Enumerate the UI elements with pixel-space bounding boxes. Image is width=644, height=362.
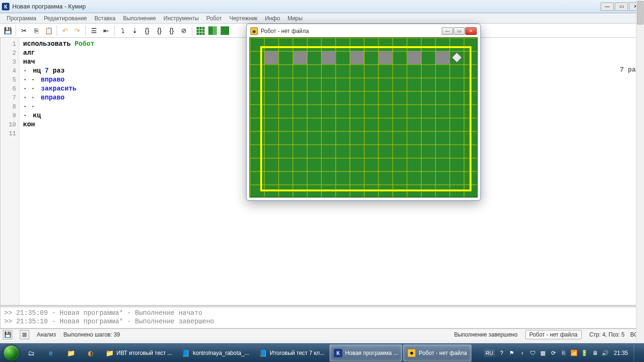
- tray-flag-icon[interactable]: ⚑: [508, 349, 516, 357]
- status-steps: Выполнено шагов: 39: [64, 331, 120, 338]
- status-bar: 💾 ⊠ Анализ Выполнено шагов: 39 Выполнени…: [0, 329, 644, 340]
- layout-full-icon[interactable]: [219, 25, 231, 36]
- cut-icon[interactable]: ✂: [18, 25, 30, 36]
- robot-window[interactable]: ☻ Робот - нет файла — ▭ ✕: [246, 24, 481, 201]
- tray-battery-icon[interactable]: 🔋: [581, 349, 588, 357]
- line-number: 5: [0, 75, 16, 84]
- step-over-icon[interactable]: ⇣: [129, 25, 140, 36]
- robot-close-button[interactable]: ✕: [465, 27, 477, 35]
- app-icon: К: [2, 3, 9, 10]
- tray-device-icon[interactable]: ⎘: [560, 349, 568, 357]
- menu-run[interactable]: Выполнение: [119, 14, 160, 23]
- layout-split-icon[interactable]: [207, 25, 218, 36]
- start-button[interactable]: [2, 345, 21, 362]
- taskbar-item-label: Новая программа ...: [345, 350, 398, 356]
- braces2-icon[interactable]: {}: [154, 25, 165, 36]
- painted-cell: [350, 51, 364, 64]
- folder-icon: 📁: [105, 349, 114, 357]
- menu-bar: Программа Редактирование Вставка Выполне…: [0, 13, 644, 24]
- menu-info[interactable]: Инфо: [261, 14, 284, 23]
- console-line: >> 21:35:10 - Новая программа* - Выполне…: [4, 318, 640, 326]
- copy-icon[interactable]: ⎘: [31, 25, 42, 36]
- status-state: Выполнение завершено: [454, 331, 518, 338]
- pinned-ie[interactable]: e: [41, 345, 60, 362]
- toolbar-separator: [85, 25, 86, 36]
- taskbar-item[interactable]: 📘kontrolnaya_rabota_...: [177, 345, 253, 362]
- toolbar-separator: [192, 25, 192, 36]
- tray-help-icon[interactable]: ?: [498, 349, 505, 357]
- output-console[interactable]: >> 21:35:09 - Новая программа* - Выполне…: [0, 307, 644, 329]
- word-icon: 📘: [182, 349, 190, 357]
- kumir-icon: К: [334, 349, 342, 357]
- list-icon[interactable]: ☰: [88, 25, 99, 36]
- status-cursor-pos: Стр: 4, Поз: 5: [589, 331, 625, 338]
- taskbar-item-label: kontrolnaya_rabota_...: [193, 350, 249, 356]
- pinned-media[interactable]: ◐: [81, 345, 100, 362]
- title-bar: К Новая программа - Кумир — ▭ ✕: [0, 0, 644, 13]
- menu-robot[interactable]: Робот: [203, 14, 226, 23]
- taskbar-item[interactable]: КНовая программа ...: [330, 345, 402, 362]
- menu-worlds[interactable]: Миры: [284, 14, 306, 23]
- tray-shield-icon[interactable]: 🛡: [529, 349, 537, 357]
- toolbar-separator: [114, 25, 115, 36]
- menu-insert[interactable]: Вставка: [91, 14, 119, 23]
- editor-scrollbar[interactable]: [636, 0, 644, 362]
- undo-icon[interactable]: ↶: [59, 25, 71, 36]
- layout-grid-icon[interactable]: [195, 25, 206, 36]
- tray-network-icon[interactable]: ▦: [539, 349, 547, 357]
- status-clear-icon[interactable]: ⊠: [20, 330, 29, 339]
- taskbar-item-label: Робот - нет файла: [419, 350, 467, 356]
- menu-edit[interactable]: Редактирование: [40, 14, 91, 23]
- painted-cell: [293, 51, 307, 64]
- tray-chevron-icon[interactable]: ‹: [519, 349, 526, 357]
- toolbar-separator: [57, 25, 57, 36]
- step-into-icon[interactable]: ⤵: [117, 25, 128, 36]
- paste-icon[interactable]: 📋: [43, 25, 54, 36]
- taskbar-item[interactable]: ☻Робот - нет файла: [403, 345, 471, 362]
- robot-minimize-button[interactable]: —: [442, 27, 453, 35]
- outdent-icon[interactable]: ⇤: [100, 25, 112, 36]
- line-number: 6: [0, 84, 16, 93]
- line-number: 1: [0, 40, 16, 49]
- robot-titlebar[interactable]: ☻ Робот - нет файла — ▭ ✕: [249, 27, 478, 37]
- tray-display-icon[interactable]: 🖥: [591, 349, 599, 357]
- word-icon: 📘: [258, 349, 267, 357]
- line-number: 8: [0, 102, 16, 111]
- menu-draw[interactable]: Чертежник: [226, 14, 262, 23]
- scrollbar-thumb[interactable]: [637, 1, 644, 25]
- maximize-button[interactable]: ▭: [615, 2, 628, 11]
- pinned-explorer[interactable]: 📁: [61, 345, 80, 362]
- braces3-icon[interactable]: {}: [166, 25, 177, 36]
- robot-icon: ☻: [407, 349, 416, 357]
- braces-icon[interactable]: {}: [141, 25, 153, 36]
- redo-icon[interactable]: ↷: [72, 25, 83, 36]
- status-save-icon[interactable]: 💾: [3, 330, 12, 339]
- menu-program[interactable]: Программа: [3, 14, 40, 23]
- console-line: >> 21:35:09 - Новая программа* - Выполне…: [4, 309, 640, 318]
- language-indicator[interactable]: RU: [484, 349, 495, 357]
- tray-volume-icon[interactable]: 🔊: [602, 349, 609, 357]
- robot-window-title: Робот - нет файла: [261, 28, 309, 34]
- tray-wifi-icon[interactable]: 📶: [570, 349, 578, 357]
- menu-tools[interactable]: Инструменты: [160, 14, 203, 23]
- status-tab-robot[interactable]: Робот - нет файла: [525, 330, 582, 339]
- stop-icon[interactable]: ⊘: [178, 25, 190, 36]
- status-analysis: Анализ: [37, 331, 56, 338]
- system-tray: RU ? ⚑ ‹ 🛡 ▦ ⟳ ⎘ 📶 🔋 🖥 🔊 21:35: [484, 345, 642, 362]
- taskbar-item[interactable]: 📘Итоговый тест 7 кл...: [254, 345, 329, 362]
- save-icon[interactable]: 💾: [2, 25, 13, 36]
- taskbar-clock[interactable]: 21:35: [614, 350, 628, 356]
- robot-app-icon: ☻: [250, 27, 258, 35]
- pinned-libraries[interactable]: 🗂: [22, 345, 41, 362]
- line-number: 4: [0, 66, 16, 75]
- window-title: Новая программа - Кумир: [12, 3, 86, 10]
- robot-field[interactable]: [249, 37, 478, 197]
- painted-cell: [407, 51, 421, 64]
- minimize-button[interactable]: —: [601, 2, 614, 11]
- line-number: 9: [0, 111, 16, 120]
- line-number: 3: [0, 58, 16, 66]
- tray-updates-icon[interactable]: ⟳: [550, 349, 557, 357]
- taskbar-item[interactable]: 📁ИВТ итоговый тест ...: [101, 345, 176, 362]
- robot-maximize-button[interactable]: ▭: [454, 27, 465, 35]
- show-desktop-button[interactable]: [634, 345, 638, 362]
